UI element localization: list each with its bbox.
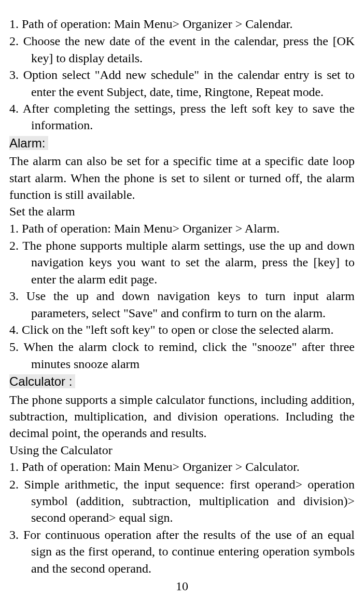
alarm-step-5: 5. When the alarm clock to remind, click… <box>9 338 355 372</box>
calendar-step-4: 4. After completing the settings, press … <box>9 100 355 134</box>
calendar-step-1: 1. Path of operation: Main Menu> Organiz… <box>9 16 355 32</box>
calculator-heading: Calculator : <box>9 374 75 388</box>
alarm-step-2: 2. The phone supports multiple alarm set… <box>9 237 355 288</box>
alarm-heading: Alarm: <box>9 136 48 150</box>
calculator-step-3: 3. For continuous operation after the re… <box>9 526 355 577</box>
calculator-step-2: 2. Simple arithmetic, the input sequence… <box>9 476 355 526</box>
calculator-heading-line: Calculator : <box>9 373 355 390</box>
alarm-step-3: 3. Use the up and down navigation keys t… <box>9 288 355 321</box>
alarm-subheading: Set the alarm <box>9 203 355 220</box>
alarm-heading-line: Alarm: <box>9 135 355 152</box>
calculator-subheading: Using the Calculator <box>9 442 355 458</box>
calculator-step-1: 1. Path of operation: Main Menu> Organiz… <box>9 458 355 475</box>
alarm-step-1: 1. Path of operation: Main Menu> Organiz… <box>9 220 355 237</box>
calculator-intro: The phone supports a simple calculator f… <box>9 391 355 442</box>
page-content: 1. Path of operation: Main Menu> Organiz… <box>9 16 355 577</box>
calendar-step-2: 2. Choose the new date of the event in t… <box>9 33 355 66</box>
calendar-step-3: 3. Option select "Add new schedule" in t… <box>9 66 355 100</box>
alarm-step-4: 4. Click on the "left soft key" to open … <box>9 321 355 338</box>
page-number: 10 <box>0 578 364 594</box>
alarm-intro: The alarm can also be set for a specific… <box>9 153 355 203</box>
